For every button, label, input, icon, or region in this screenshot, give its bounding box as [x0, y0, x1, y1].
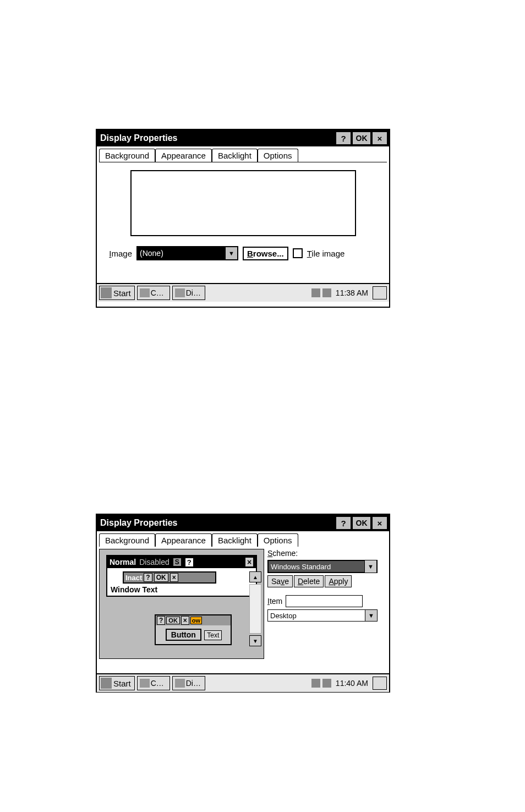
save-button[interactable]: Save — [267, 575, 293, 587]
app-icon — [175, 679, 185, 688]
window-title: Display Properties — [100, 133, 335, 143]
network-icon[interactable] — [311, 679, 320, 688]
item-label: Item — [267, 597, 282, 606]
tab-backlight[interactable]: Backlight — [212, 533, 258, 547]
tab-background[interactable]: Background — [99, 149, 155, 162]
tab-appearance[interactable]: Appearance — [155, 149, 212, 162]
image-row: Image (None) ▼ Browse... Tile image — [103, 246, 382, 260]
volume-icon[interactable] — [322, 288, 331, 297]
start-button[interactable]: Start — [99, 676, 135, 690]
tab-appearance[interactable]: Appearance — [155, 533, 212, 547]
taskbar-task-1[interactable]: C… — [137, 676, 170, 690]
preview-scrollbar: ▲ ▼ — [249, 571, 261, 646]
ok-button[interactable]: OK — [352, 132, 371, 145]
tab-strip: Background Appearance Backlight Options — [97, 531, 389, 547]
app-icon — [140, 679, 150, 688]
close-icon: × — [378, 134, 382, 143]
network-icon[interactable] — [311, 288, 320, 297]
chevron-down-icon[interactable]: ▼ — [225, 247, 237, 259]
display-properties-window-background: Display Properties ? OK × Background App… — [96, 129, 390, 308]
taskbar-task-2[interactable]: Di… — [172, 676, 205, 690]
tab-backlight[interactable]: Backlight — [212, 149, 258, 162]
appearance-controls: Scheme: Windows Standard ▼ Save Delete A… — [267, 549, 387, 673]
preview-button: Button — [166, 629, 201, 641]
help-icon: ? — [341, 134, 346, 143]
system-tray: 11:38 AM — [311, 286, 387, 299]
preview-normal-titlebar: Normal Disabled S ? × — [107, 556, 256, 568]
item-color-box[interactable] — [286, 595, 363, 607]
tab-options[interactable]: Options — [258, 149, 298, 162]
help-button[interactable]: ? — [336, 516, 351, 530]
start-icon — [101, 287, 112, 298]
start-icon — [101, 678, 112, 689]
app-icon — [175, 288, 185, 297]
close-button[interactable]: × — [372, 516, 387, 530]
browse-button[interactable]: Browse... — [243, 247, 288, 260]
titlebar: Display Properties ? OK × — [97, 515, 389, 531]
clock[interactable]: 11:40 AM — [336, 679, 368, 688]
start-button[interactable]: Start — [99, 286, 135, 300]
titlebar: Display Properties ? OK × — [97, 130, 389, 146]
chevron-down-icon[interactable]: ▼ — [364, 560, 376, 573]
system-tray: 11:40 AM — [311, 677, 387, 690]
preview-window-text: Window Text — [107, 584, 256, 596]
delete-button[interactable]: Delete — [294, 575, 324, 587]
display-properties-window-appearance: Display Properties ? OK × Background App… — [96, 514, 390, 693]
close-icon: × — [378, 519, 382, 528]
scheme-combo[interactable]: Windows Standard ▼ — [267, 560, 378, 573]
window-title: Display Properties — [100, 518, 335, 528]
tab-options[interactable]: Options — [258, 533, 298, 547]
tab-body-appearance: Normal Disabled S ? × Inact ? OK × Windo… — [97, 547, 389, 673]
item-combo[interactable]: Desktop ▼ — [267, 609, 378, 622]
close-button[interactable]: × — [372, 132, 387, 145]
preview-message-box: ? OK × ow Button Text — [155, 614, 232, 645]
scheme-label: Scheme: — [267, 549, 387, 558]
help-button[interactable]: ? — [336, 132, 351, 145]
app-icon — [140, 288, 150, 297]
clock[interactable]: 11:38 AM — [336, 288, 368, 297]
ok-button[interactable]: OK — [352, 516, 371, 530]
desktop-icon[interactable] — [373, 286, 387, 299]
tab-body-background: Image (None) ▼ Browse... Tile image — [99, 162, 387, 283]
scroll-up-icon: ▲ — [249, 571, 261, 582]
help-icon: ? — [185, 558, 194, 567]
preview-inactive-window: Inact ? OK × — [123, 571, 216, 584]
taskbar-task-2[interactable]: Di… — [172, 286, 205, 300]
image-label: Image — [103, 249, 132, 258]
close-icon: × — [245, 557, 254, 567]
tile-image-checkbox[interactable] — [293, 248, 303, 258]
scheme-button-row: Save Delete Apply — [267, 575, 387, 587]
scroll-down-icon: ▼ — [249, 635, 261, 646]
wallpaper-preview — [130, 170, 356, 236]
desktop-icon[interactable] — [373, 677, 387, 690]
chevron-down-icon[interactable]: ▼ — [365, 610, 377, 621]
tab-strip: Background Appearance Backlight Options — [97, 146, 389, 162]
tile-image-label: Tile image — [307, 249, 345, 258]
taskbar: Start C… Di… 11:40 AM — [97, 673, 389, 692]
apply-button[interactable]: Apply — [325, 575, 352, 587]
volume-icon[interactable] — [322, 679, 331, 688]
help-icon: ? — [341, 519, 346, 528]
appearance-preview: Normal Disabled S ? × Inact ? OK × Windo… — [99, 549, 264, 659]
taskbar-task-1[interactable]: C… — [137, 286, 170, 300]
taskbar: Start C… Di… 11:38 AM — [97, 283, 389, 302]
image-combo[interactable]: (None) ▼ — [136, 246, 238, 260]
tab-background[interactable]: Background — [99, 533, 155, 547]
